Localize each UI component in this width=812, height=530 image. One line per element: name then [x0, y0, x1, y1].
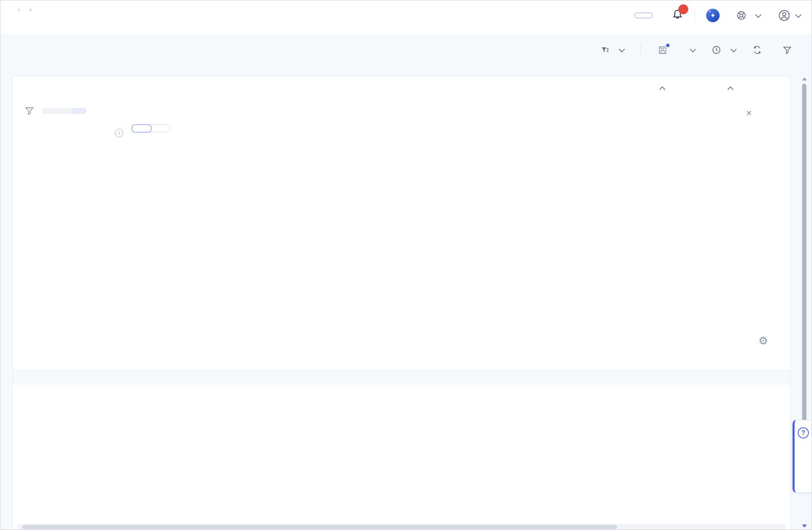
horizontal-scrollbar-thumb[interactable]	[22, 525, 617, 529]
user-avatar-icon	[778, 9, 791, 22]
chevron-down-icon	[795, 12, 802, 18]
filter-chip-group	[41, 108, 86, 114]
filter-field-chip[interactable]	[41, 108, 57, 114]
refresh-icon	[752, 45, 762, 55]
chevron-down-icon	[619, 46, 625, 53]
saved-filters-dropdown[interactable]	[601, 46, 624, 54]
toggle-bar[interactable]	[151, 125, 170, 132]
vertical-scrollbar-thumb[interactable]	[802, 84, 806, 421]
user-menu[interactable]	[778, 9, 800, 22]
breadcrumb-separator: ›	[29, 6, 31, 13]
filter-value-chip[interactable]	[71, 108, 86, 114]
notifications-button[interactable]	[672, 8, 683, 23]
refresh-button[interactable]	[752, 45, 766, 55]
chevron-up-icon	[659, 86, 666, 93]
chart-type-toggle	[132, 124, 171, 132]
traffic-analyzer-page: › › ✦ ✦	[0, 0, 812, 530]
lifebuoy-icon	[736, 10, 747, 21]
report-card: ✕ i ⚙	[12, 76, 791, 530]
clear-all-button[interactable]: ✕	[746, 109, 756, 118]
hide-filter-button[interactable]	[726, 87, 737, 90]
chevron-down-icon	[731, 46, 737, 53]
info-icon[interactable]: i	[115, 129, 123, 137]
unsaved-dot	[666, 44, 670, 47]
region-dropdown[interactable]	[684, 47, 695, 53]
help-question-icon: ?	[798, 427, 809, 438]
time-range-dropdown[interactable]	[712, 45, 736, 55]
scroll-down-arrow[interactable]	[802, 524, 807, 528]
breadcrumb-separator: ›	[18, 6, 20, 13]
save-filter-button[interactable]	[658, 45, 668, 55]
table-settings-gear-icon[interactable]: ⚙	[758, 335, 768, 347]
filter-bar	[25, 106, 97, 116]
toggle-area[interactable]	[132, 124, 152, 132]
notification-badge	[678, 4, 688, 14]
help-tab[interactable]: ?	[793, 420, 812, 493]
feedback-button[interactable]	[634, 13, 653, 18]
chevron-down-icon	[690, 46, 696, 53]
forensics-button[interactable]	[783, 46, 796, 55]
chevron-down-icon	[755, 12, 762, 18]
top-header: › › ✦ ✦	[0, 0, 812, 35]
report-toolbar	[601, 43, 796, 57]
close-icon: ✕	[746, 109, 752, 118]
horizontal-scrollbar[interactable]	[17, 524, 786, 530]
traffic-chart[interactable]	[43, 177, 768, 309]
hide-chart-button[interactable]	[658, 87, 668, 90]
table-header-row	[13, 369, 790, 385]
header-actions: ✦ ✦	[634, 8, 800, 23]
clock-icon	[712, 45, 721, 55]
funnel-icon	[25, 106, 34, 116]
filter-operator-chip[interactable]	[58, 108, 70, 114]
filter-lines-icon	[601, 46, 609, 54]
funnel-icon	[783, 46, 792, 55]
ai-assistant-button[interactable]: ✦ ✦	[706, 9, 720, 22]
breadcrumb: › ›	[13, 6, 36, 13]
scroll-up-arrow[interactable]	[802, 77, 807, 80]
support-menu[interactable]	[736, 10, 760, 21]
toolbar-divider	[641, 43, 641, 57]
header-divider	[695, 9, 695, 22]
chevron-up-icon	[728, 86, 734, 93]
sparkle-mini-icon: ✦	[708, 10, 711, 13]
